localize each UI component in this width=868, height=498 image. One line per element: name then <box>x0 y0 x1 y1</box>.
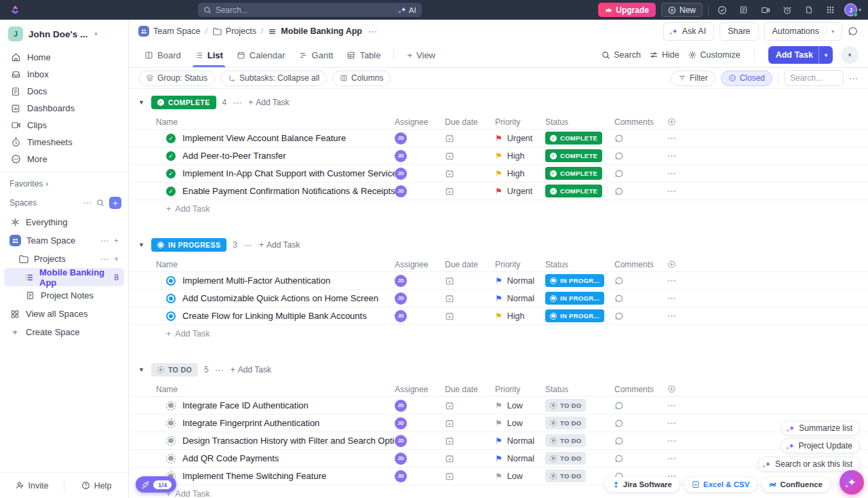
status-badge[interactable]: TO DO <box>545 434 586 447</box>
due-date-cell[interactable] <box>445 294 495 303</box>
task-menu-button[interactable]: ⋯ <box>667 400 688 410</box>
group-menu-button[interactable]: ⋯ <box>233 98 242 108</box>
task-name-cell[interactable]: Enable Payment Confirmation Notification… <box>156 186 395 196</box>
group-status-badge[interactable]: IN PROGRESS <box>151 238 226 252</box>
task-status-icon[interactable] <box>166 187 176 196</box>
columns-chip[interactable]: Columns <box>332 71 391 86</box>
priority-cell[interactable]: ⚑High <box>495 311 545 321</box>
status-badge[interactable]: TO DO <box>545 452 586 465</box>
status-badge[interactable]: COMPLETE <box>545 149 602 162</box>
comments-cell[interactable] <box>614 169 667 178</box>
task-name-cell[interactable]: Implement Multi-Factor Authentication <box>156 275 395 286</box>
task-status-icon[interactable] <box>166 134 176 143</box>
comments-cell[interactable] <box>614 436 667 446</box>
task-row[interactable]: Integrate Face ID Authentication JD ⚑Low… <box>129 397 868 415</box>
sidebar-item-view-all-spaces[interactable]: View all Spaces <box>4 305 124 323</box>
help-button[interactable]: Help <box>64 481 128 491</box>
comments-cell[interactable] <box>614 187 667 196</box>
priority-cell[interactable]: ⚑High <box>495 169 545 178</box>
task-name-cell[interactable]: Add QR Code Payments <box>156 453 395 463</box>
assignee-cell[interactable]: JD <box>395 132 445 145</box>
status-cell[interactable]: TO DO <box>545 399 614 412</box>
assignee-avatar[interactable]: JD <box>395 310 407 322</box>
priority-cell[interactable]: ⚑Normal <box>495 454 545 463</box>
status-badge[interactable]: IN PROGR... <box>545 309 604 322</box>
assignee-avatar[interactable]: JD <box>395 275 407 287</box>
column-header-status[interactable]: Status <box>545 260 614 269</box>
task-status-icon[interactable] <box>166 169 176 178</box>
due-date-cell[interactable] <box>445 276 495 286</box>
priority-cell[interactable]: ⚑High <box>495 151 545 161</box>
chevron-down-icon[interactable]: ▾ <box>826 28 834 35</box>
team-space-add-button[interactable]: + <box>114 236 119 246</box>
comments-cell[interactable] <box>614 151 667 161</box>
due-date-cell[interactable] <box>445 472 495 481</box>
share-button[interactable]: Share <box>719 22 758 41</box>
task-name-cell[interactable]: Create Flow for Linking Multiple Bank Ac… <box>156 311 395 321</box>
task-menu-button[interactable]: ⋯ <box>667 311 688 321</box>
task-status-icon[interactable] <box>166 151 176 161</box>
add-column-button[interactable] <box>667 385 688 394</box>
assignee-avatar[interactable]: JD <box>395 470 407 482</box>
priority-cell[interactable]: ⚑Normal <box>495 436 545 446</box>
task-row[interactable]: Add Peer-to-Peer Transfer JD ⚑High COMPL… <box>129 147 868 165</box>
status-badge[interactable]: IN PROGR... <box>545 274 604 287</box>
list-search-input[interactable] <box>784 70 844 86</box>
column-header-due-date[interactable]: Due date <box>445 385 495 394</box>
group-collapse-caret[interactable]: ▼ <box>138 99 145 106</box>
task-menu-button[interactable]: ⋯ <box>667 293 688 303</box>
task-row[interactable]: Create Flow for Linking Multiple Bank Ac… <box>129 307 868 325</box>
assignee-cell[interactable]: JD <box>395 292 445 305</box>
customize-button[interactable]: Customize <box>688 50 741 60</box>
collapse-header-button[interactable]: ▾ <box>841 46 859 64</box>
comments-cell[interactable] <box>614 419 667 428</box>
due-date-cell[interactable] <box>445 151 495 161</box>
assignee-avatar[interactable]: JD <box>395 150 407 162</box>
sidebar-item-everything[interactable]: Everything <box>4 213 124 231</box>
comments-cell[interactable] <box>614 311 667 321</box>
column-header-name[interactable]: Name <box>156 385 395 394</box>
task-name-cell[interactable]: Integrate Fingerprint Authentication <box>156 418 395 428</box>
comments-cell[interactable] <box>614 134 667 143</box>
column-header-due-date[interactable]: Due date <box>445 117 495 127</box>
assignee-avatar[interactable]: JD <box>395 168 407 180</box>
apps-grid-icon[interactable] <box>823 3 839 17</box>
breadcrumb-projects[interactable]: Projects <box>212 26 256 36</box>
notepad-icon[interactable] <box>736 3 752 17</box>
task-menu-button[interactable]: ⋯ <box>667 418 688 428</box>
status-cell[interactable]: IN PROGR... <box>545 274 614 287</box>
group-add-task-button[interactable]: +Add Task <box>259 240 300 250</box>
global-search-input[interactable] <box>216 5 392 15</box>
view-search-button[interactable]: Search <box>601 50 641 60</box>
priority-cell[interactable]: ⚑Normal <box>495 276 545 286</box>
status-cell[interactable]: COMPLETE <box>545 132 614 145</box>
search-or-ask-button[interactable]: ✦✦ Search or ask this list <box>757 457 860 472</box>
column-header-assignee[interactable]: Assignee <box>395 385 445 394</box>
reminder-clock-icon[interactable] <box>779 3 795 17</box>
comments-bubble-icon[interactable] <box>848 26 859 37</box>
group-status-badge[interactable]: COMPLETE <box>151 96 216 109</box>
add-task-button[interactable]: +Add Task <box>129 325 868 343</box>
column-header-priority[interactable]: Priority <box>495 117 545 127</box>
todo-check-icon[interactable] <box>714 3 730 17</box>
assignee-cell[interactable]: JD <box>395 275 445 287</box>
project-update-button[interactable]: ✦✦ Project Update <box>781 438 860 453</box>
add-column-button[interactable] <box>667 260 688 269</box>
favorites-section[interactable]: Favorites › <box>0 172 128 190</box>
assignee-cell[interactable]: JD <box>395 435 445 447</box>
add-task-button[interactable]: Add Task ▾ <box>768 46 833 64</box>
clips-video-icon[interactable] <box>757 3 774 17</box>
task-status-icon[interactable] <box>166 419 176 428</box>
priority-cell[interactable]: ⚑Urgent <box>495 187 545 196</box>
new-button[interactable]: New <box>661 3 703 17</box>
priority-cell[interactable]: ⚑Low <box>495 401 545 410</box>
search-ai-chip[interactable]: ✦✦ AI <box>396 5 416 14</box>
status-cell[interactable]: COMPLETE <box>545 185 614 197</box>
projects-menu-button[interactable]: ⋯ <box>100 254 108 264</box>
comments-cell[interactable] <box>614 294 667 303</box>
column-header-assignee[interactable]: Assignee <box>395 117 445 127</box>
task-name-cell[interactable]: Implement View Account Balance Feature <box>156 133 395 143</box>
workspace-switcher[interactable]: J John Doe's ... ▾ <box>0 20 128 47</box>
column-header-name[interactable]: Name <box>156 260 395 269</box>
status-badge[interactable]: COMPLETE <box>545 185 602 197</box>
